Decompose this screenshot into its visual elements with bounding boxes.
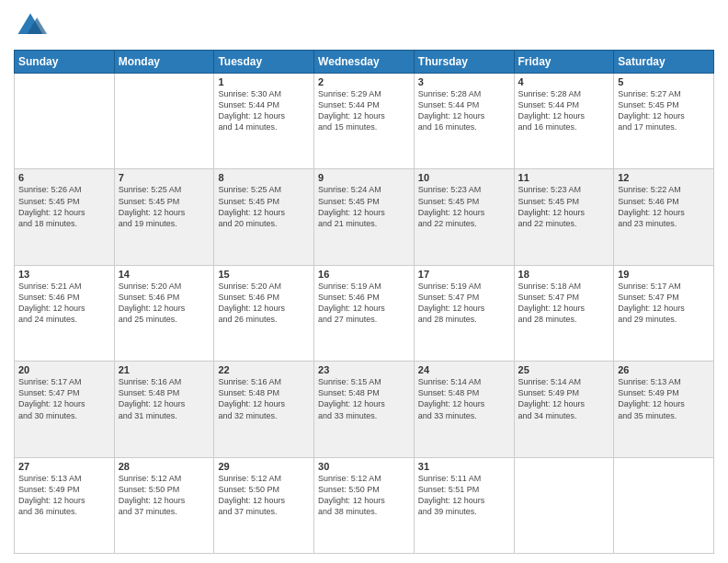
calendar-cell: 5Sunrise: 5:27 AMSunset: 5:45 PMDaylight… bbox=[614, 74, 714, 169]
day-number: 5 bbox=[618, 76, 710, 87]
day-info: Sunrise: 5:16 AMSunset: 5:48 PMDaylight:… bbox=[218, 376, 310, 421]
calendar-cell: 17Sunrise: 5:19 AMSunset: 5:47 PMDayligh… bbox=[414, 265, 514, 361]
calendar-cell: 30Sunrise: 5:12 AMSunset: 5:50 PMDayligh… bbox=[314, 457, 415, 553]
calendar-week-row: 6Sunrise: 5:26 AMSunset: 5:45 PMDaylight… bbox=[15, 169, 714, 265]
calendar-cell: 9Sunrise: 5:24 AMSunset: 5:45 PMDaylight… bbox=[314, 169, 415, 265]
calendar-cell: 27Sunrise: 5:13 AMSunset: 5:49 PMDayligh… bbox=[15, 457, 115, 553]
day-number: 12 bbox=[618, 172, 710, 183]
calendar-header-row: SundayMondayTuesdayWednesdayThursdayFrid… bbox=[15, 51, 714, 74]
day-number: 11 bbox=[518, 172, 610, 183]
day-info: Sunrise: 5:12 AMSunset: 5:50 PMDaylight:… bbox=[218, 473, 310, 518]
calendar-cell: 16Sunrise: 5:19 AMSunset: 5:46 PMDayligh… bbox=[314, 265, 415, 361]
calendar-cell bbox=[614, 457, 714, 553]
day-info: Sunrise: 5:25 AMSunset: 5:45 PMDaylight:… bbox=[218, 184, 310, 229]
day-number: 9 bbox=[318, 172, 410, 183]
day-info: Sunrise: 5:17 AMSunset: 5:47 PMDaylight:… bbox=[18, 376, 110, 421]
day-info: Sunrise: 5:13 AMSunset: 5:49 PMDaylight:… bbox=[618, 376, 710, 421]
calendar-cell: 6Sunrise: 5:26 AMSunset: 5:45 PMDaylight… bbox=[15, 169, 115, 265]
calendar-cell: 2Sunrise: 5:29 AMSunset: 5:44 PMDaylight… bbox=[314, 74, 415, 169]
day-info: Sunrise: 5:26 AMSunset: 5:45 PMDaylight:… bbox=[18, 184, 110, 229]
day-header-monday: Monday bbox=[114, 51, 214, 74]
day-header-saturday: Saturday bbox=[614, 51, 714, 74]
calendar-cell: 20Sunrise: 5:17 AMSunset: 5:47 PMDayligh… bbox=[15, 362, 115, 457]
day-info: Sunrise: 5:28 AMSunset: 5:44 PMDaylight:… bbox=[518, 88, 610, 133]
day-number: 30 bbox=[318, 461, 410, 472]
calendar-cell: 19Sunrise: 5:17 AMSunset: 5:47 PMDayligh… bbox=[614, 265, 714, 361]
day-info: Sunrise: 5:21 AMSunset: 5:46 PMDaylight:… bbox=[18, 281, 110, 326]
calendar-cell: 15Sunrise: 5:20 AMSunset: 5:46 PMDayligh… bbox=[214, 265, 314, 361]
calendar-cell bbox=[514, 457, 614, 553]
calendar-week-row: 13Sunrise: 5:21 AMSunset: 5:46 PMDayligh… bbox=[15, 265, 714, 361]
calendar-cell: 10Sunrise: 5:23 AMSunset: 5:45 PMDayligh… bbox=[414, 169, 514, 265]
day-number: 16 bbox=[318, 269, 410, 280]
calendar-cell: 31Sunrise: 5:11 AMSunset: 5:51 PMDayligh… bbox=[414, 457, 514, 553]
day-info: Sunrise: 5:30 AMSunset: 5:44 PMDaylight:… bbox=[218, 88, 310, 133]
calendar-cell: 8Sunrise: 5:25 AMSunset: 5:45 PMDaylight… bbox=[214, 169, 314, 265]
calendar-week-row: 27Sunrise: 5:13 AMSunset: 5:49 PMDayligh… bbox=[15, 457, 714, 553]
page-header bbox=[14, 9, 714, 42]
day-header-thursday: Thursday bbox=[414, 51, 514, 74]
day-number: 20 bbox=[18, 364, 110, 375]
day-number: 27 bbox=[18, 461, 110, 472]
calendar-cell: 28Sunrise: 5:12 AMSunset: 5:50 PMDayligh… bbox=[114, 457, 214, 553]
day-number: 15 bbox=[218, 269, 310, 280]
day-info: Sunrise: 5:15 AMSunset: 5:48 PMDaylight:… bbox=[318, 376, 410, 421]
logo-icon bbox=[14, 9, 47, 42]
day-info: Sunrise: 5:12 AMSunset: 5:50 PMDaylight:… bbox=[119, 473, 210, 518]
day-number: 17 bbox=[418, 269, 510, 280]
calendar-cell: 18Sunrise: 5:18 AMSunset: 5:47 PMDayligh… bbox=[514, 265, 614, 361]
day-info: Sunrise: 5:22 AMSunset: 5:46 PMDaylight:… bbox=[618, 184, 710, 229]
calendar-table: SundayMondayTuesdayWednesdayThursdayFrid… bbox=[14, 50, 714, 554]
day-info: Sunrise: 5:17 AMSunset: 5:47 PMDaylight:… bbox=[618, 281, 710, 326]
day-number: 19 bbox=[618, 269, 710, 280]
day-number: 21 bbox=[119, 364, 210, 375]
day-number: 28 bbox=[119, 461, 210, 472]
day-header-friday: Friday bbox=[514, 51, 614, 74]
day-number: 23 bbox=[318, 364, 410, 375]
day-number: 13 bbox=[18, 269, 110, 280]
calendar-week-row: 1Sunrise: 5:30 AMSunset: 5:44 PMDaylight… bbox=[15, 74, 714, 169]
calendar-cell: 11Sunrise: 5:23 AMSunset: 5:45 PMDayligh… bbox=[514, 169, 614, 265]
day-info: Sunrise: 5:25 AMSunset: 5:45 PMDaylight:… bbox=[119, 184, 210, 229]
calendar-cell: 1Sunrise: 5:30 AMSunset: 5:44 PMDaylight… bbox=[214, 74, 314, 169]
calendar-cell bbox=[15, 74, 115, 169]
day-number: 14 bbox=[119, 269, 210, 280]
logo bbox=[14, 9, 51, 42]
calendar-cell: 7Sunrise: 5:25 AMSunset: 5:45 PMDaylight… bbox=[114, 169, 214, 265]
day-info: Sunrise: 5:20 AMSunset: 5:46 PMDaylight:… bbox=[218, 281, 310, 326]
day-number: 25 bbox=[518, 364, 610, 375]
day-info: Sunrise: 5:16 AMSunset: 5:48 PMDaylight:… bbox=[119, 376, 210, 421]
day-number: 24 bbox=[418, 364, 510, 375]
day-info: Sunrise: 5:11 AMSunset: 5:51 PMDaylight:… bbox=[418, 473, 510, 518]
day-number: 18 bbox=[518, 269, 610, 280]
day-info: Sunrise: 5:12 AMSunset: 5:50 PMDaylight:… bbox=[318, 473, 410, 518]
day-number: 8 bbox=[218, 172, 310, 183]
calendar-cell: 12Sunrise: 5:22 AMSunset: 5:46 PMDayligh… bbox=[614, 169, 714, 265]
day-info: Sunrise: 5:19 AMSunset: 5:47 PMDaylight:… bbox=[418, 281, 510, 326]
calendar-cell bbox=[114, 74, 214, 169]
day-info: Sunrise: 5:23 AMSunset: 5:45 PMDaylight:… bbox=[518, 184, 610, 229]
day-info: Sunrise: 5:18 AMSunset: 5:47 PMDaylight:… bbox=[518, 281, 610, 326]
day-number: 10 bbox=[418, 172, 510, 183]
calendar-cell: 29Sunrise: 5:12 AMSunset: 5:50 PMDayligh… bbox=[214, 457, 314, 553]
day-number: 31 bbox=[418, 461, 510, 472]
day-info: Sunrise: 5:14 AMSunset: 5:48 PMDaylight:… bbox=[418, 376, 510, 421]
calendar-week-row: 20Sunrise: 5:17 AMSunset: 5:47 PMDayligh… bbox=[15, 362, 714, 457]
day-number: 29 bbox=[218, 461, 310, 472]
day-info: Sunrise: 5:19 AMSunset: 5:46 PMDaylight:… bbox=[318, 281, 410, 326]
day-header-wednesday: Wednesday bbox=[314, 51, 415, 74]
calendar-cell: 14Sunrise: 5:20 AMSunset: 5:46 PMDayligh… bbox=[114, 265, 214, 361]
calendar-cell: 22Sunrise: 5:16 AMSunset: 5:48 PMDayligh… bbox=[214, 362, 314, 457]
day-info: Sunrise: 5:27 AMSunset: 5:45 PMDaylight:… bbox=[618, 88, 710, 133]
day-info: Sunrise: 5:20 AMSunset: 5:46 PMDaylight:… bbox=[119, 281, 210, 326]
calendar-cell: 13Sunrise: 5:21 AMSunset: 5:46 PMDayligh… bbox=[15, 265, 115, 361]
calendar-cell: 26Sunrise: 5:13 AMSunset: 5:49 PMDayligh… bbox=[614, 362, 714, 457]
day-info: Sunrise: 5:14 AMSunset: 5:49 PMDaylight:… bbox=[518, 376, 610, 421]
day-header-sunday: Sunday bbox=[15, 51, 115, 74]
day-number: 26 bbox=[618, 364, 710, 375]
day-info: Sunrise: 5:24 AMSunset: 5:45 PMDaylight:… bbox=[318, 184, 410, 229]
calendar-cell: 4Sunrise: 5:28 AMSunset: 5:44 PMDaylight… bbox=[514, 74, 614, 169]
calendar-cell: 24Sunrise: 5:14 AMSunset: 5:48 PMDayligh… bbox=[414, 362, 514, 457]
day-number: 6 bbox=[18, 172, 110, 183]
day-info: Sunrise: 5:29 AMSunset: 5:44 PMDaylight:… bbox=[318, 88, 410, 133]
